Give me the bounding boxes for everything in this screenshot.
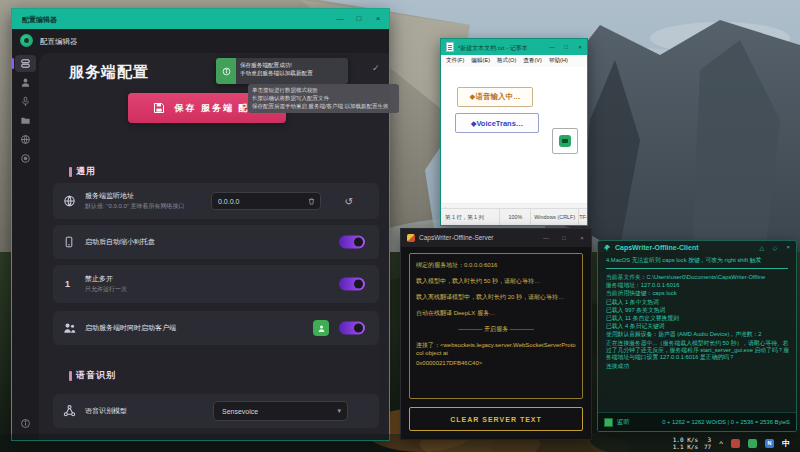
menu-edit[interactable]: 编辑(E) — [471, 57, 490, 65]
toggle-start-client[interactable] — [339, 322, 365, 335]
net-down-count: 77 — [704, 443, 711, 450]
tooltip-line3: 保存配置后需手动重启 服务端/客户端 以加载新配置生效 — [252, 103, 395, 111]
connecting-message: 正在连接服务器中...（服务端载入模型时长约 50 秒），请耐心等待。若过了几分… — [606, 340, 791, 362]
microphone-icon — [20, 96, 31, 107]
save-success-toast: 保存服务端配置成功! 手动重启服务端以加载新配置 — [216, 58, 348, 84]
log-line: 自动在线翻译 DeepLX 服务… — [416, 309, 576, 317]
caret-position: 第 1 行，第 1 列 — [441, 209, 499, 225]
section-asr-label: 语音识别 — [76, 369, 116, 382]
menu-help[interactable]: 帮助(H) — [549, 57, 568, 65]
setting-row-minimize-to-tray: 启动后自动缩小到托盘 — [53, 225, 379, 259]
chevron-down-icon: ▾ — [337, 407, 341, 415]
log-line: 绑定的服务地址：0.0.0.0:6016 — [416, 261, 576, 269]
client-note-line: 4.MacOS 无法监听到 caps lock 按键，可改为 right shi… — [606, 257, 788, 264]
tray-flyout-box — [552, 128, 578, 154]
menu-file[interactable]: 文件(F) — [446, 57, 464, 65]
notepad-window: *新建文本文档.txt - 记事本 — □ × 文件(F) 编辑(E) 格式(O… — [440, 38, 588, 226]
app-header: 配置编辑器 — [12, 29, 389, 53]
listen-label: 监听 — [617, 418, 630, 427]
maximize-button[interactable]: □ — [559, 39, 573, 55]
section-bar — [69, 167, 72, 177]
server-log-panel: 绑定的服务地址：0.0.0.0:6016 载入模型中，载入时长约 50 秒，请耐… — [409, 253, 583, 399]
gear-icon — [20, 153, 31, 164]
tray-expand-icon[interactable]: ^ — [719, 439, 723, 448]
toast-line1: 保存服务端配置成功! — [240, 61, 344, 69]
notepad-titlebar[interactable]: *新建文本文档.txt - 记事本 — □ × — [441, 39, 587, 55]
minimize-button[interactable]: — — [545, 39, 559, 55]
pin-icon[interactable] — [603, 244, 611, 252]
client-titlebar[interactable]: CapsWriter-Offline-Client △ ◇ × — [598, 241, 796, 255]
client-statusbar: 监听 0 + 1262 = 1262 WOrDS | 0 + 2536 = 25… — [598, 412, 796, 431]
tooltip-line1: 单击按钮进行数据模式校验 — [252, 87, 395, 95]
zoom-level: 100% — [499, 209, 530, 225]
reset-field-icon[interactable]: ↺ — [345, 196, 353, 207]
tray-blue-app-icon[interactable]: N — [765, 439, 774, 448]
voice-input-overlay-badge: ◆语音输入中… — [457, 87, 533, 107]
setting-row-start-client: 启动服务端时同时启动客户端 — [53, 311, 379, 345]
clear-server-text-button[interactable]: CLEAR SERVER TEXT — [409, 407, 583, 431]
client-console-window: CapsWriter-Offline-Client △ ◇ × 4.MacOS … — [597, 240, 797, 432]
tray-green-app-icon[interactable] — [748, 439, 757, 448]
sidebar-item-advanced[interactable] — [15, 150, 36, 167]
sidebar-item-server-config[interactable] — [15, 55, 36, 72]
setting-row-listen-address: 服务端监听地址 默认值: "0.0.0.0" 意味着所有网络接口 0.0.0.0… — [53, 183, 379, 219]
floppy-save-icon — [153, 102, 165, 114]
save-button-tooltip: 单击按钮进行数据模式校验 长按以确认将数据写入配置文件 保存配置后需手动重启 服… — [248, 84, 399, 113]
section-bar — [69, 371, 72, 381]
restore-button[interactable]: ◇ — [772, 244, 777, 251]
notepad-statusbar: 第 1 行，第 1 列 100% Windows (CRLF) UTF-8 — [441, 208, 587, 225]
sidebar-item-files[interactable] — [15, 112, 36, 129]
globe-icon — [20, 134, 31, 145]
ime-indicator[interactable]: 中 — [782, 438, 790, 449]
toggle-single-instance[interactable] — [339, 278, 365, 291]
maximize-button[interactable]: □ — [350, 9, 368, 29]
server-titlebar[interactable]: CapsWriter-Offline-Server — □ × — [401, 229, 591, 247]
loaded-line: 已载入 4 条日记关键词 — [606, 323, 791, 330]
config-editor-window: 配置编辑器 — □ × 配置编辑器 — [11, 8, 390, 441]
sidebar-item-client-config[interactable] — [15, 74, 36, 91]
sidebar-item-about[interactable] — [15, 415, 36, 432]
section-asr: 语音识别 — [69, 369, 116, 382]
setting-subtitle: 只允许运行一次 — [85, 285, 127, 294]
client-window-title: CapsWriter-Offline-Client — [615, 244, 699, 251]
close-button[interactable]: × — [573, 229, 591, 247]
server-app-icon — [407, 234, 415, 242]
person-icon — [20, 77, 31, 88]
sidebar — [12, 53, 39, 440]
minimize-button[interactable]: △ — [759, 244, 764, 251]
net-speed-indicator: 1.0 K/s 3 1.1 K/s 77 — [673, 436, 712, 450]
page-title: 服务端配置 — [69, 63, 149, 82]
setting-title: 启动后自动缩小到托盘 — [85, 237, 155, 247]
maximize-button[interactable]: □ — [555, 229, 573, 247]
client-launch-icon-button[interactable] — [313, 320, 329, 336]
close-button[interactable]: × — [573, 39, 587, 55]
loaded-line: 已载入 1 条中文热词 — [606, 299, 791, 306]
sidebar-item-network[interactable] — [15, 131, 36, 148]
config-window-title: 配置编辑器 — [22, 15, 57, 25]
voice-trans-overlay-badge: ◆VoiceTrans… — [455, 113, 539, 133]
toggle-minimize-to-tray[interactable] — [339, 236, 365, 249]
settings-panel: 服务端配置 保存服务端配置成功! 手动重启服务端以加载新配置 ✓ 保存 服务端 … — [39, 53, 389, 440]
asr-model-select[interactable]: Sensevoice ▾ — [213, 401, 348, 421]
listen-address-input[interactable]: 0.0.0.0 — [211, 192, 321, 210]
log-line: 载入离线翻译模型中，载入时长约 20 秒，请耐心等待… — [416, 293, 576, 301]
clear-field-icon[interactable] — [307, 197, 316, 206]
client-server-address: 服务端地址：127.0.0.1:6016 — [606, 282, 791, 289]
menu-view[interactable]: 查看(V) — [523, 57, 542, 65]
connection-log-line: 连接了：<websockets.legacy.server.WebSocketS… — [416, 341, 576, 357]
minimize-button[interactable]: — — [331, 9, 349, 29]
setting-title: 禁止多开 — [85, 274, 113, 284]
tray-red-app-icon[interactable] — [731, 439, 740, 448]
menu-format[interactable]: 格式(O) — [497, 57, 516, 65]
section-general-label: 通用 — [76, 165, 96, 178]
config-window-titlebar[interactable]: 配置编辑器 — □ × — [12, 9, 389, 29]
close-button[interactable]: × — [369, 9, 387, 29]
sidebar-item-voice[interactable] — [15, 93, 36, 110]
minimize-button[interactable]: — — [537, 229, 555, 247]
people-icon — [63, 322, 76, 335]
taskbar[interactable]: 1.0 K/s 3 1.1 K/s 77 ^ N 中 — [0, 434, 800, 452]
notepad-text-area[interactable]: ◆语音输入中… ◆VoiceTrans… — [441, 67, 587, 203]
client-hotkey: 当前所用快捷键：caps lock — [606, 290, 791, 297]
check-icon: ✓ — [372, 63, 380, 73]
close-button[interactable]: × — [786, 244, 790, 250]
